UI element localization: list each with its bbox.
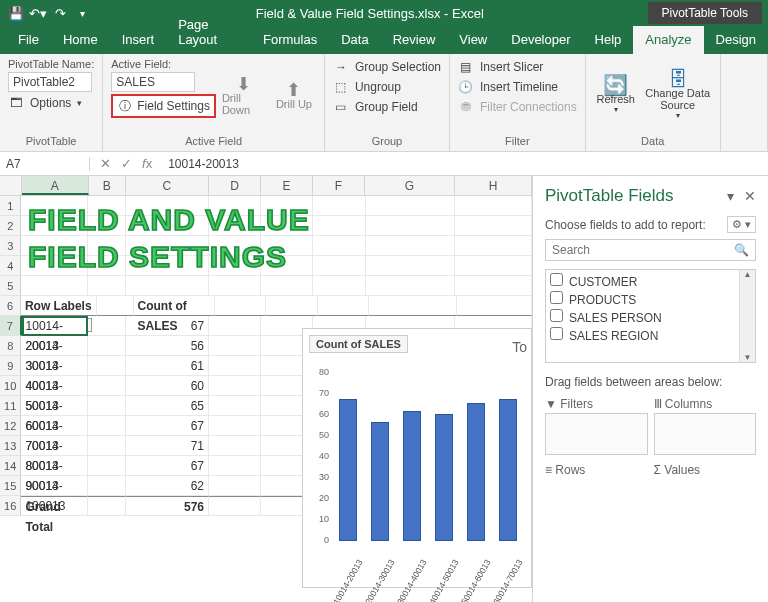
field-checkbox[interactable] xyxy=(550,291,563,304)
cell-G5[interactable] xyxy=(366,276,456,296)
fx-icon[interactable]: fx xyxy=(142,156,152,171)
cell-A14[interactable]: 80014-90013 xyxy=(21,456,88,476)
field-checkbox[interactable] xyxy=(550,273,563,286)
row-header[interactable]: 9 xyxy=(0,356,21,376)
cell-B8[interactable] xyxy=(88,336,126,356)
cell-F3[interactable] xyxy=(313,236,365,256)
row-header[interactable]: 6 xyxy=(0,296,21,316)
col-header-A[interactable]: A xyxy=(22,176,89,195)
row-header[interactable]: 10 xyxy=(0,376,21,396)
redo-icon[interactable]: ↷ xyxy=(50,3,70,23)
row-header[interactable]: 13 xyxy=(0,436,21,456)
cell-H4[interactable] xyxy=(455,256,532,276)
cell-D8[interactable] xyxy=(209,336,261,356)
cell-A9[interactable]: 30014-40013 xyxy=(21,356,88,376)
col-header-F[interactable]: F xyxy=(313,176,365,195)
field-settings-button[interactable]: ⓘField Settings xyxy=(111,94,216,118)
cell-D13[interactable] xyxy=(209,436,261,456)
cell-G3[interactable] xyxy=(366,236,456,256)
cell-A8[interactable]: 20014-30013 xyxy=(21,336,88,356)
col-header-H[interactable]: H xyxy=(455,176,532,195)
tab-analyze[interactable]: Analyze xyxy=(633,26,703,54)
worksheet-grid[interactable]: ABCDEFGH 123456Row Labels▾Count of SALES… xyxy=(0,176,532,602)
cell-C14[interactable]: 67 xyxy=(126,456,209,476)
select-all-corner[interactable] xyxy=(0,176,22,195)
insert-timeline-button[interactable]: 🕒Insert Timeline xyxy=(458,78,577,96)
cell-A12[interactable]: 60014-70013 xyxy=(21,416,88,436)
insert-slicer-button[interactable]: ▤Insert Slicer xyxy=(458,58,577,76)
cell-B13[interactable] xyxy=(88,436,126,456)
cell-B5[interactable] xyxy=(88,276,126,296)
active-field-input[interactable]: SALES xyxy=(111,72,195,92)
cell-H1[interactable] xyxy=(455,196,532,216)
row-header[interactable]: 7 xyxy=(0,316,22,336)
cell-C16[interactable]: 576 xyxy=(126,496,209,516)
cell-D10[interactable] xyxy=(209,376,261,396)
field-list[interactable]: ▲▼ CUSTOMERPRODUCTSSALES PERSONSALES REG… xyxy=(545,269,756,363)
cell-C13[interactable]: 71 xyxy=(126,436,209,456)
tab-help[interactable]: Help xyxy=(583,26,634,54)
cell-G4[interactable] xyxy=(366,256,456,276)
row-header[interactable]: 5 xyxy=(0,276,21,296)
field-item[interactable]: SALES REGION xyxy=(550,326,751,344)
field-item[interactable]: PRODUCTS xyxy=(550,290,751,308)
cell-D12[interactable] xyxy=(209,416,261,436)
row-header[interactable]: 14 xyxy=(0,456,21,476)
tab-file[interactable]: File xyxy=(6,26,51,54)
scroll-up-icon[interactable]: ▲ xyxy=(744,270,752,279)
formula-input[interactable]: 10014-20013 xyxy=(162,157,768,171)
cell-G6[interactable] xyxy=(369,296,457,316)
tab-review[interactable]: Review xyxy=(381,26,448,54)
cell-A5[interactable] xyxy=(21,276,88,296)
enter-icon[interactable]: ✓ xyxy=(121,156,132,171)
area-columns[interactable] xyxy=(654,413,757,455)
cell-D5[interactable] xyxy=(209,276,261,296)
cell-B7[interactable] xyxy=(88,316,126,336)
cell-H2[interactable] xyxy=(455,216,532,236)
row-header[interactable]: 3 xyxy=(0,236,21,256)
field-checkbox[interactable] xyxy=(550,327,563,340)
row-header[interactable]: 8 xyxy=(0,336,21,356)
cell-D14[interactable] xyxy=(209,456,261,476)
tab-insert[interactable]: Insert xyxy=(110,26,167,54)
row-header[interactable]: 4 xyxy=(0,256,21,276)
tab-home[interactable]: Home xyxy=(51,26,110,54)
ungroup-button[interactable]: ⬚Ungroup xyxy=(333,78,441,96)
area-filters[interactable] xyxy=(545,413,648,455)
pane-menu-icon[interactable]: ▾ xyxy=(727,188,734,204)
scroll-down-icon[interactable]: ▼ xyxy=(744,353,752,362)
chart-field-button[interactable]: Count of SALES xyxy=(309,335,408,353)
field-item[interactable]: CUSTOMER xyxy=(550,272,751,290)
cell-C15[interactable]: 62 xyxy=(126,476,209,496)
cell-C9[interactable]: 61 xyxy=(126,356,209,376)
gear-icon[interactable]: ⚙ ▾ xyxy=(727,216,756,233)
cell-B9[interactable] xyxy=(88,356,126,376)
cell-C12[interactable]: 67 xyxy=(126,416,209,436)
col-header-C[interactable]: C xyxy=(126,176,210,195)
col-header-E[interactable]: E xyxy=(261,176,313,195)
cell-D15[interactable] xyxy=(209,476,261,496)
cell-D7[interactable] xyxy=(209,316,261,336)
search-input[interactable] xyxy=(552,243,734,257)
row-header[interactable]: 16 xyxy=(0,496,21,516)
cell-B14[interactable] xyxy=(88,456,126,476)
options-button[interactable]: 🗔Options ▾ xyxy=(8,94,94,112)
cell-E6[interactable] xyxy=(266,296,317,316)
field-item[interactable]: SALES PERSON xyxy=(550,308,751,326)
pivot-name-input[interactable]: PivotTable2 xyxy=(8,72,92,92)
field-checkbox[interactable] xyxy=(550,309,563,322)
cell-B10[interactable] xyxy=(88,376,126,396)
cell-B12[interactable] xyxy=(88,416,126,436)
group-field-button[interactable]: ▭Group Field xyxy=(333,98,441,116)
tab-design[interactable]: Design xyxy=(704,26,768,54)
cell-A6[interactable]: Row Labels▾ xyxy=(21,296,97,316)
row-header[interactable]: 2 xyxy=(0,216,21,236)
cell-H6[interactable] xyxy=(457,296,532,316)
pivot-chart[interactable]: Count of SALES To 01020304050607080 1001… xyxy=(302,328,532,588)
cell-F2[interactable] xyxy=(313,216,365,236)
tab-view[interactable]: View xyxy=(447,26,499,54)
cell-F6[interactable] xyxy=(318,296,369,316)
cell-E5[interactable] xyxy=(261,276,313,296)
tab-page-layout[interactable]: Page Layout xyxy=(166,11,251,54)
name-box[interactable]: A7 xyxy=(0,157,90,171)
